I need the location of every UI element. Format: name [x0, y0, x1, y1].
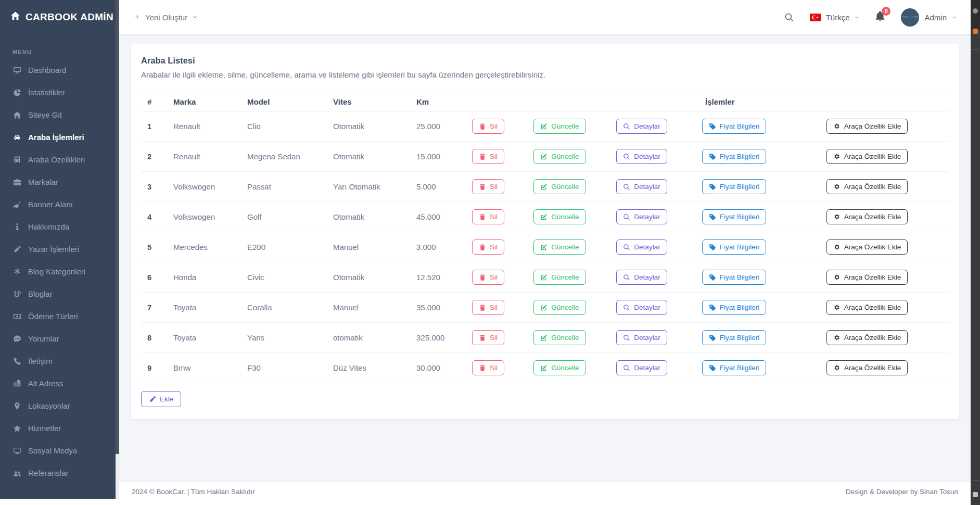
price-info-button[interactable]: Fiyat Bilgileri [702, 209, 767, 224]
button-label: Araça Özellik Ekle [844, 213, 901, 221]
add-feature-button[interactable]: Araça Özellik Ekle [826, 149, 908, 164]
sidebar-item-lokasyonlar[interactable]: Lokasyonlar [0, 395, 116, 417]
sidebar-item-istatistikler[interactable]: İstatistikler [0, 81, 116, 104]
search-icon[interactable] [784, 12, 794, 22]
search-icon [623, 244, 630, 251]
update-button[interactable]: Güncelle [533, 360, 586, 375]
sidebar-item-iletisim[interactable]: İletişim [0, 350, 116, 372]
delete-button[interactable]: Sil [472, 270, 504, 285]
details-button[interactable]: Detaylar [616, 119, 667, 134]
add-feature-button[interactable]: Araça Özellik Ekle [826, 209, 908, 224]
table-row: 8ToyataYarisotomatik325.000SilGüncelleDe… [141, 323, 949, 353]
sidebar-item-bloglar[interactable]: Bloglar [0, 283, 116, 305]
details-button[interactable]: Detaylar [616, 300, 667, 315]
button-label: Güncelle [551, 213, 579, 221]
action-cell: Detaylar [600, 330, 683, 345]
details-button[interactable]: Detaylar [616, 360, 667, 375]
sidebar-item-yazar-islemleri[interactable]: Yazar İşlemleri [0, 238, 116, 260]
delete-button[interactable]: Sil [472, 119, 504, 134]
language-selector[interactable]: Türkçe [810, 13, 860, 22]
user-name: Admin [924, 13, 947, 22]
chevron-down-icon [854, 13, 859, 22]
menu-section-label: MENU [12, 49, 116, 55]
update-button[interactable]: Güncelle [533, 270, 586, 285]
update-button[interactable]: Güncelle [533, 330, 586, 345]
details-button[interactable]: Detaylar [616, 239, 667, 255]
update-button[interactable]: Güncelle [533, 119, 586, 134]
cell-model: Yaris [241, 333, 327, 342]
add-feature-button[interactable]: Araça Özellik Ekle [826, 300, 908, 315]
money-icon [12, 312, 21, 321]
price-info-button[interactable]: Fiyat Bilgileri [702, 119, 767, 134]
table-row: 1RenaultClioOtomatik25.000SilGüncelleDet… [141, 111, 949, 142]
column-header-marka: Marka [167, 97, 241, 106]
sidebar-item-label: Araba İşlemleri [28, 133, 84, 142]
add-feature-button[interactable]: Araça Özellik Ekle [826, 360, 908, 375]
delete-button[interactable]: Sil [472, 209, 504, 224]
add-feature-button[interactable]: Araça Özellik Ekle [826, 179, 908, 194]
sidebar-item-markalar[interactable]: Markalar [0, 171, 116, 193]
sidebar-scrollbar[interactable] [116, 0, 119, 499]
info-icon [12, 223, 21, 231]
update-button[interactable]: Güncelle [533, 149, 586, 164]
extension-icon[interactable] [973, 8, 978, 14]
delete-button[interactable]: Sil [472, 300, 504, 315]
add-feature-button[interactable]: Araça Özellik Ekle [826, 119, 908, 134]
action-cell: Sil [457, 330, 519, 345]
sidebar-item-alt-adress[interactable]: Alt Adress [0, 372, 116, 395]
add-feature-button[interactable]: Araça Özellik Ekle [826, 239, 908, 255]
turkish-flag-icon [810, 14, 821, 21]
brand[interactable]: CARBOOK ADMİN [0, 0, 116, 34]
delete-button[interactable]: Sil [472, 179, 504, 194]
details-button[interactable]: Detaylar [616, 149, 667, 164]
price-info-button[interactable]: Fiyat Bilgileri [702, 239, 767, 255]
sidebar-item-hizmetler[interactable]: Hizmetler [0, 417, 116, 439]
update-button[interactable]: Güncelle [533, 179, 586, 194]
add-feature-button[interactable]: Araça Özellik Ekle [826, 270, 908, 285]
sidebar-item-referanslar[interactable]: Referanslar [0, 462, 116, 484]
delete-button[interactable]: Sil [472, 360, 504, 375]
extension-icon[interactable] [973, 492, 978, 497]
sidebar-item-label: Ödeme Türleri [28, 312, 78, 321]
details-button[interactable]: Detaylar [616, 330, 667, 345]
update-button[interactable]: Güncelle [533, 209, 586, 224]
sidebar-item-odeme-turleri[interactable]: Ödeme Türleri [0, 305, 116, 327]
cell-vites: Otomatik [327, 152, 410, 161]
update-button[interactable]: Güncelle [533, 300, 586, 315]
sidebar-item-hakkimizda[interactable]: Hakkımızda [0, 216, 116, 238]
page-description: Arabalar ile ilgili ekleme, silme, günce… [141, 70, 949, 79]
update-button[interactable]: Güncelle [533, 239, 586, 255]
delete-button[interactable]: Sil [472, 149, 504, 164]
user-menu[interactable]: 128 x 128 Admin [901, 8, 957, 27]
delete-button[interactable]: Sil [472, 330, 504, 345]
add-button[interactable]: Ekle [141, 391, 181, 407]
chevron-down-icon [952, 13, 957, 22]
delete-button[interactable]: Sil [472, 239, 504, 255]
sidebar-item-yorumlar[interactable]: Yorumlar [0, 327, 116, 350]
price-info-button[interactable]: Fiyat Bilgileri [702, 270, 767, 285]
create-new-button[interactable]: Yeni Oluştur [134, 13, 198, 22]
search-icon [623, 153, 630, 160]
price-info-button[interactable]: Fiyat Bilgileri [702, 179, 767, 194]
details-button[interactable]: Detaylar [616, 179, 667, 194]
add-feature-button[interactable]: Araça Özellik Ekle [826, 330, 908, 345]
price-info-button[interactable]: Fiyat Bilgileri [702, 300, 767, 315]
details-button[interactable]: Detaylar [616, 209, 667, 224]
cell-km: 30.000 [410, 363, 457, 372]
brand-name: CARBOOK ADMİN [26, 11, 113, 23]
sidebar-scrollbar-thumb[interactable] [116, 0, 119, 454]
sidebar-item-araba-ozellikleri[interactable]: Araba Özellikleri [0, 148, 116, 171]
sidebar-item-sosyal-medya[interactable]: Sosyal Medya [0, 439, 116, 462]
price-info-button[interactable]: Fiyat Bilgileri [702, 360, 767, 375]
price-info-button[interactable]: Fiyat Bilgileri [702, 330, 767, 345]
sidebar-item-dashboard[interactable]: Dashboard [0, 59, 116, 81]
sidebar-item-blog-kategorileri[interactable]: Blog Kategorileri [0, 260, 116, 283]
notifications-button[interactable]: 0 [875, 11, 885, 23]
details-button[interactable]: Detaylar [616, 270, 667, 285]
sidebar-item-siteye-git[interactable]: Siteye Git [0, 104, 116, 126]
sidebar-item-banner-alani[interactable]: Banner Alanı [0, 193, 116, 216]
cell-km: 45.000 [410, 212, 457, 221]
price-info-button[interactable]: Fiyat Bilgileri [702, 149, 767, 164]
sidebar-item-araba-islemleri[interactable]: Araba İşlemleri [0, 126, 116, 148]
extension-icon[interactable] [973, 29, 978, 34]
